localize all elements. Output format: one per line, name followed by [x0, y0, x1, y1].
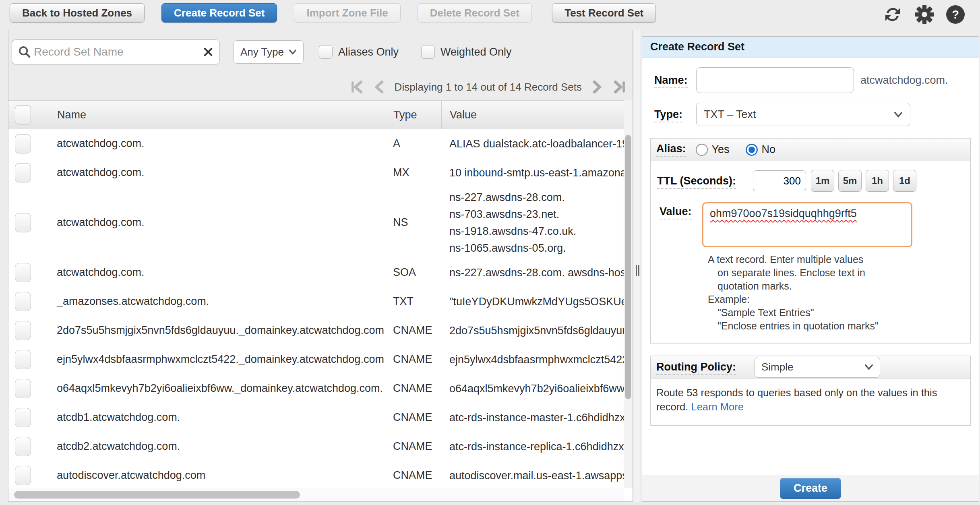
- toolbar-icons: [883, 5, 965, 24]
- vertical-scrollbar: [624, 100, 633, 488]
- panel-footer: Create: [642, 475, 979, 501]
- row-checkbox[interactable]: [15, 213, 31, 232]
- table-row[interactable]: atcwatchdog.com. A ALIAS dualstack.atc-l…: [8, 129, 624, 158]
- panel-splitter[interactable]: [634, 30, 641, 502]
- record-value: 2do7s5u5hsmjgix5nvn5fds6gldauyuu.d: [441, 322, 624, 339]
- weighted-only-filter: Weighted Only: [421, 45, 512, 59]
- record-name-input[interactable]: [696, 67, 854, 93]
- table-row[interactable]: ejn5ylwx4dsbfaasrmphwxmclczt5422._domain…: [8, 345, 624, 374]
- record-options-body: TTL (Seconds): 1m5m1h1d Value: ohm970oo7…: [651, 161, 970, 343]
- record-type: CNAME: [385, 469, 441, 482]
- row-checkbox[interactable]: [15, 134, 31, 153]
- row-checkbox[interactable]: [15, 379, 31, 398]
- next-page-icon[interactable]: [591, 80, 603, 94]
- ttl-5m-button[interactable]: 5m: [838, 170, 862, 192]
- column-header-name[interactable]: Name: [49, 101, 385, 129]
- record-type-select[interactable]: TXT – Text: [696, 103, 910, 126]
- table-row[interactable]: atcwatchdog.com. NS ns-227.awsdns-28.com…: [8, 187, 624, 258]
- table-row[interactable]: 2do7s5u5hsmjgix5nvn5fds6gldauyuu._domain…: [8, 316, 624, 345]
- delete-record-set-button[interactable]: Delete Record Set: [418, 3, 532, 23]
- table-row[interactable]: atcdb2.atcwatchdog.com. CNAME atc-rds-in…: [8, 432, 624, 461]
- alias-yes-label: Yes: [712, 143, 730, 156]
- domain-suffix: atcwatchdog.com.: [860, 74, 948, 87]
- table-row[interactable]: atcwatchdog.com. MX 10 inbound-smtp.us-e…: [8, 158, 624, 187]
- ttl-input[interactable]: [753, 170, 806, 191]
- ttl-1d-button[interactable]: 1d: [893, 170, 916, 192]
- record-name: atcwatchdog.com.: [49, 137, 385, 150]
- type-label: Type:: [654, 108, 682, 122]
- routing-policy-value: Simple: [761, 361, 793, 373]
- record-options-group: Alias: Yes No TTL (Seconds): 1m5m1h1d Va…: [650, 138, 971, 344]
- table-row[interactable]: autodiscover.atcwatchdog.com CNAME autod…: [8, 461, 624, 488]
- help-line: on separate lines. Enclose text in: [708, 266, 970, 279]
- column-header-value[interactable]: Value: [441, 101, 624, 129]
- value-help-text: A text record. Enter multiple valueson s…: [708, 253, 970, 333]
- record-name: atcwatchdog.com.: [49, 266, 385, 279]
- column-header-type[interactable]: Type: [385, 101, 441, 129]
- row-checkbox[interactable]: [15, 292, 31, 311]
- record-value: o64aqxl5mkevyh7b2yi6oalieixbf6ww.dk: [441, 380, 624, 397]
- gear-icon[interactable]: [915, 5, 934, 24]
- row-checkbox[interactable]: [15, 350, 31, 369]
- vertical-scrollbar-thumb[interactable]: [625, 135, 631, 399]
- row-checkbox[interactable]: [15, 321, 31, 340]
- splitter-grip-icon: [636, 265, 639, 276]
- ttl-1m-button[interactable]: 1m: [811, 170, 834, 192]
- select-all-checkbox[interactable]: [15, 105, 31, 124]
- search-input[interactable]: [34, 46, 203, 58]
- row-checkbox[interactable]: [15, 437, 31, 456]
- test-record-set-button[interactable]: Test Record Set: [552, 3, 656, 23]
- routing-policy-select[interactable]: Simple: [755, 357, 880, 378]
- type-filter-select[interactable]: Any Type: [234, 40, 304, 64]
- help-line: quotation marks.: [708, 279, 970, 293]
- help-line: A text record. Enter multiple values: [708, 253, 970, 266]
- alias-label: Alias:: [656, 143, 686, 157]
- chevron-down-icon: [864, 364, 873, 370]
- chevron-down-icon: [894, 111, 903, 118]
- record-value: atc-rds-instance-master-1.c6hdidhzxqy: [441, 409, 624, 426]
- horizontal-scrollbar: [8, 488, 624, 501]
- alias-no-radio[interactable]: [746, 144, 758, 156]
- table-header: Name Type Value: [8, 100, 633, 129]
- record-value: "tuIeYDyDKUmwkzMdYUgs5OSKUeIC: [441, 293, 624, 310]
- weighted-only-checkbox[interactable]: [421, 45, 435, 59]
- aliases-only-checkbox[interactable]: [319, 45, 333, 59]
- record-value: ALIAS dualstack.atc-loadbalancer-199: [441, 135, 624, 152]
- last-page-icon[interactable]: [612, 80, 626, 94]
- table-row[interactable]: atcdb1.atcwatchdog.com. CNAME atc-rds-in…: [8, 403, 624, 432]
- aliases-only-filter: Aliases Only: [319, 45, 399, 59]
- search-box: [12, 39, 220, 64]
- record-name: atcdb2.atcwatchdog.com.: [49, 440, 385, 453]
- first-page-icon[interactable]: [350, 80, 364, 94]
- record-type: SOA: [385, 266, 441, 279]
- create-record-set-button[interactable]: Create Record Set: [161, 3, 277, 23]
- clear-search-icon[interactable]: [203, 46, 214, 58]
- alias-yes-radio[interactable]: [696, 144, 708, 156]
- row-checkbox[interactable]: [15, 263, 31, 282]
- filter-bar: Any Type Aliases Only Weighted Only: [8, 30, 633, 74]
- panel-title: Create Record Set: [642, 37, 979, 58]
- record-type: CNAME: [385, 440, 441, 453]
- table-row[interactable]: atcwatchdog.com. SOA ns-227.awsdns-28.co…: [8, 258, 624, 287]
- pagination-text: Displaying 1 to 14 out of 14 Record Sets: [395, 81, 582, 93]
- ttl-1h-button[interactable]: 1h: [866, 170, 889, 192]
- record-name: autodiscover.atcwatchdog.com: [49, 469, 385, 482]
- record-type: CNAME: [385, 382, 441, 395]
- create-button[interactable]: Create: [780, 478, 841, 499]
- record-value-textarea[interactable]: ohm970oo7s19sidquqhhg9rft5: [702, 202, 912, 247]
- back-to-hosted-zones-button[interactable]: Back to Hosted Zones: [10, 3, 145, 23]
- refresh-icon[interactable]: [883, 5, 903, 24]
- horizontal-scrollbar-thumb[interactable]: [14, 491, 300, 499]
- learn-more-link[interactable]: Learn More: [691, 401, 743, 412]
- row-checkbox[interactable]: [15, 163, 31, 182]
- record-type: CNAME: [385, 324, 441, 337]
- help-icon[interactable]: [946, 5, 965, 24]
- previous-page-icon[interactable]: [374, 80, 385, 94]
- table-row[interactable]: o64aqxl5mkevyh7b2yi6oalieixbf6ww._domain…: [8, 374, 624, 403]
- import-zone-file-button[interactable]: Import Zone File: [294, 3, 400, 23]
- table-row[interactable]: _amazonses.atcwatchdog.com. TXT "tuIeYDy…: [8, 287, 624, 316]
- record-type: CNAME: [385, 353, 441, 366]
- ttl-buttons: 1m5m1h1d: [811, 170, 916, 192]
- row-checkbox[interactable]: [15, 408, 31, 427]
- row-checkbox[interactable]: [15, 466, 31, 485]
